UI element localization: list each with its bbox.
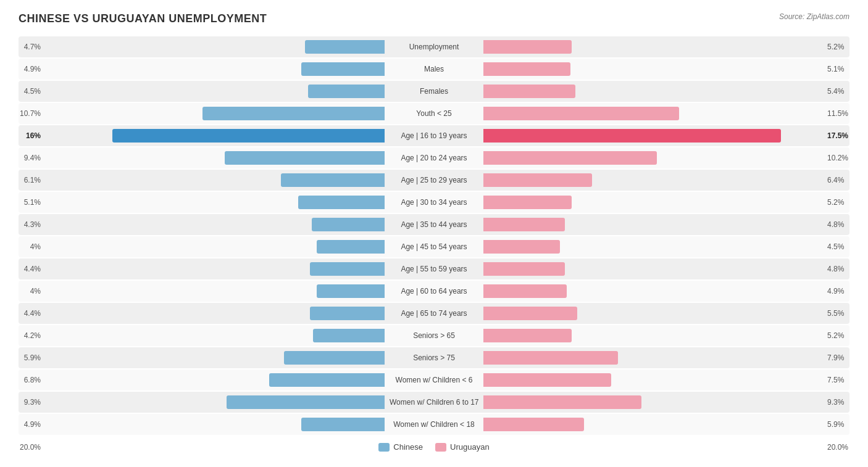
left-value: 5.9% (19, 353, 44, 362)
bar-blue (317, 284, 385, 298)
bar-pink (483, 240, 560, 254)
left-bar-wrap (44, 240, 385, 254)
bar-row: 9.3% Women w/ Children 6 to 17 9.3% (19, 392, 849, 413)
left-value: 4% (19, 287, 44, 295)
right-section: 7.5% (483, 373, 849, 387)
left-bar-wrap (44, 284, 385, 298)
right-section: 4.9% (483, 284, 849, 298)
left-value: 16% (19, 131, 44, 140)
bar-row: 4% Age | 60 to 64 years 4.9% (19, 281, 849, 302)
bar-row: 6.8% Women w/ Children < 6 7.5% (19, 370, 849, 391)
right-bar-wrap (483, 240, 824, 254)
legend-label-chinese: Chinese (393, 442, 423, 452)
right-value: 5.5% (824, 309, 849, 318)
bar-label: Age | 25 to 29 years (385, 176, 483, 184)
left-value: 10.7% (19, 109, 44, 118)
bar-label: Age | 16 to 19 years (385, 131, 483, 140)
left-bar-wrap (44, 196, 385, 209)
right-section: 7.9% (483, 351, 849, 365)
right-value: 17.5% (824, 131, 849, 140)
left-section: 4% (19, 240, 385, 254)
right-bar-wrap (483, 62, 824, 76)
bar-blue (301, 62, 385, 76)
left-value: 4% (19, 242, 44, 251)
left-section: 9.3% (19, 395, 385, 409)
bar-blue (269, 373, 385, 387)
right-value: 6.4% (824, 176, 849, 184)
right-bar-wrap (483, 395, 824, 409)
bar-blue (284, 351, 385, 365)
right-bar-wrap (483, 85, 824, 98)
left-bar-wrap (44, 262, 385, 276)
bar-pink (483, 218, 565, 231)
left-value: 6.8% (19, 376, 44, 384)
bar-pink (483, 373, 611, 387)
left-value: 4.9% (19, 65, 44, 73)
left-bar-wrap (44, 218, 385, 231)
right-section: 5.2% (483, 40, 849, 54)
right-value: 5.4% (824, 87, 849, 96)
bar-row: 4.9% Women w/ Children < 18 5.9% (19, 414, 849, 435)
chart-body: 4.7% Unemployment 5.2% 4.9% Males 5.1% (19, 36, 849, 435)
right-section: 11.5% (483, 107, 849, 120)
bar-blue (312, 218, 385, 231)
bar-label: Age | 60 to 64 years (385, 287, 483, 295)
left-value: 4.5% (19, 87, 44, 96)
left-value: 5.1% (19, 198, 44, 207)
right-bar-wrap (483, 373, 824, 387)
left-bar-wrap (44, 107, 385, 120)
right-value: 7.5% (824, 376, 849, 384)
chart-footer: 20.0% Chinese Uruguayan 20.0% (19, 442, 849, 452)
left-bar-wrap (44, 307, 385, 320)
bar-label: Seniors > 65 (385, 331, 483, 340)
left-value: 6.1% (19, 176, 44, 184)
bar-row: 4.5% Females 5.4% (19, 81, 849, 102)
bar-label: Seniors > 75 (385, 353, 483, 362)
bar-label: Males (385, 65, 483, 73)
bar-pink (483, 107, 679, 120)
right-bar-wrap (483, 218, 824, 231)
right-value: 5.2% (824, 198, 849, 207)
left-section: 4% (19, 284, 385, 298)
bar-label: Age | 20 to 24 years (385, 154, 483, 162)
left-bar-wrap (44, 418, 385, 431)
right-section: 4.8% (483, 262, 849, 276)
bar-pink (483, 129, 781, 143)
bar-blue (310, 262, 385, 276)
right-bar-wrap (483, 284, 824, 298)
left-section: 4.5% (19, 85, 385, 98)
bar-label: Unemployment (385, 43, 483, 51)
bar-blue (301, 418, 385, 431)
left-value: 4.3% (19, 220, 44, 229)
right-bar-wrap (483, 40, 824, 54)
right-section: 5.1% (483, 62, 849, 76)
right-section: 5.5% (483, 307, 849, 320)
left-section: 4.9% (19, 418, 385, 431)
right-bar-wrap (483, 351, 824, 365)
bar-blue (225, 151, 385, 165)
left-value: 9.4% (19, 154, 44, 162)
right-value: 9.3% (824, 398, 849, 407)
right-bar-wrap (483, 196, 824, 209)
bar-row: 4.4% Age | 55 to 59 years 4.8% (19, 258, 849, 279)
bar-blue (202, 107, 385, 120)
bar-label: Women w/ Children < 6 (385, 376, 483, 384)
right-bar-wrap (483, 262, 824, 276)
legend-color-chinese (378, 443, 390, 452)
right-bar-wrap (483, 329, 824, 342)
right-value: 5.1% (824, 65, 849, 73)
left-section: 4.7% (19, 40, 385, 54)
right-section: 9.3% (483, 395, 849, 409)
bar-blue (317, 240, 385, 254)
right-value: 11.5% (824, 109, 849, 118)
left-bar-wrap (44, 85, 385, 98)
bar-pink (483, 40, 572, 54)
right-bar-wrap (483, 151, 824, 165)
bar-pink (483, 62, 570, 76)
right-value: 4.9% (824, 287, 849, 295)
left-bar-wrap (44, 329, 385, 342)
bar-label: Age | 30 to 34 years (385, 198, 483, 207)
left-section: 4.4% (19, 262, 385, 276)
bar-row: 6.1% Age | 25 to 29 years 6.4% (19, 170, 849, 191)
legend-color-uruguayan (435, 443, 446, 452)
